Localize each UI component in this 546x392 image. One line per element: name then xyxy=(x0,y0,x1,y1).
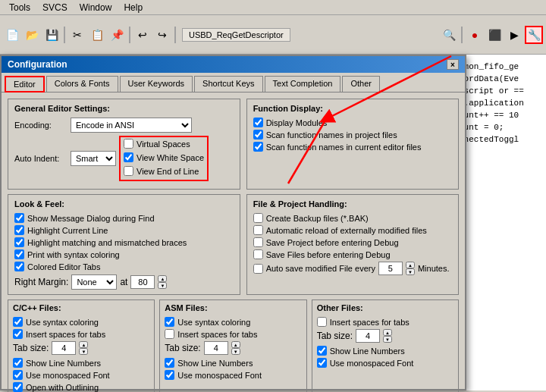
at-label: at xyxy=(120,277,127,287)
tab-other[interactable]: Other xyxy=(342,76,380,92)
tab-user-keywords[interactable]: User Keywords xyxy=(120,76,193,92)
cpp-tab-spin-down[interactable]: ▼ xyxy=(79,348,88,355)
menu-window[interactable]: Window xyxy=(74,1,118,14)
highlight-current-row: Highlight Current Line xyxy=(14,225,234,235)
highlight-current-checkbox[interactable] xyxy=(14,225,24,235)
other-files-section: Other Files: Insert spaces for tabs Tab … xyxy=(312,299,459,392)
asm-insert-spaces-label: Insert spaces for tabs xyxy=(177,330,257,339)
code-line-1: mmon_fifo_ge xyxy=(459,61,543,73)
asm-tab-spin: ▲ ▼ xyxy=(231,341,240,355)
spin-down-btn[interactable]: ▼ xyxy=(158,282,167,289)
tools-btn[interactable]: 🔧 xyxy=(525,26,543,44)
asm-tab-size-label: Tab size: xyxy=(165,343,200,353)
redo-btn[interactable]: ↪ xyxy=(153,26,171,44)
other-tab-spin-up[interactable]: ▲ xyxy=(383,329,392,336)
cpp-use-syntax-row: Use syntax coloring xyxy=(13,317,149,327)
save-btn[interactable]: 💾 xyxy=(42,26,61,44)
colored-editor-checkbox[interactable] xyxy=(14,262,24,271)
save-files-checkbox[interactable] xyxy=(253,249,263,259)
undo-btn[interactable]: ↩ xyxy=(133,26,152,44)
display-modules-checkbox[interactable] xyxy=(253,118,263,127)
auto-save-spin: ▲ ▼ xyxy=(406,262,415,275)
search-btn[interactable]: 🔍 xyxy=(440,26,458,44)
menu-help[interactable]: Help xyxy=(118,1,149,14)
menu-svcs[interactable]: SVCS xyxy=(36,1,74,14)
file-tab[interactable]: USBD_ReqGetDescriptor xyxy=(182,28,290,42)
highlight-current-label: Highlight Current Line xyxy=(27,226,108,235)
auto-save-checkbox[interactable] xyxy=(253,264,263,274)
print-syntax-checkbox[interactable] xyxy=(14,249,24,259)
cpp-tab-size-value[interactable] xyxy=(52,341,76,355)
tab-colors-fonts[interactable]: Colors & Fonts xyxy=(46,76,118,92)
auto-indent-row: Auto Indent: Smart Virtual Spaces Vi xyxy=(14,136,234,181)
asm-tab-spin-up[interactable]: ▲ xyxy=(231,341,240,348)
cpp-files-section: C/C++ Files: Use syntax coloring Insert … xyxy=(8,299,155,392)
create-backup-checkbox[interactable] xyxy=(253,213,263,223)
other-insert-spaces-checkbox[interactable] xyxy=(317,317,327,327)
auto-reload-checkbox[interactable] xyxy=(253,225,263,235)
view-end-of-line-checkbox[interactable] xyxy=(124,166,133,176)
right-margin-value[interactable] xyxy=(130,275,155,289)
other-tab-spin: ▲ ▼ xyxy=(383,329,392,343)
other-line-numbers-checkbox[interactable] xyxy=(317,346,327,356)
configuration-dialog: Configuration × Editor Colors & Fonts Us… xyxy=(0,55,466,390)
cpp-use-syntax-checkbox[interactable] xyxy=(13,317,23,327)
new-file-btn[interactable]: 📄 xyxy=(3,26,21,44)
other-tab-size-value[interactable] xyxy=(356,329,380,343)
highlight-matching-row: Highlight matching and mismatched braces xyxy=(14,237,234,247)
record-btn[interactable]: ● xyxy=(466,26,484,44)
tab-editor[interactable]: Editor xyxy=(5,76,45,93)
dialog-content: General Editor Settings: Encoding: Encod… xyxy=(2,93,465,392)
auto-save-spin-up[interactable]: ▲ xyxy=(406,262,415,268)
scan-project-label: Scan function names in project files xyxy=(266,130,397,140)
save-files-label: Save Files before entering Debug xyxy=(266,250,391,259)
stop-btn[interactable]: ⬛ xyxy=(485,26,504,44)
save-project-checkbox[interactable] xyxy=(253,237,263,247)
encoding-row: Encoding: Encode in ANSI xyxy=(14,118,234,133)
cut-btn[interactable]: ✂ xyxy=(68,26,86,44)
tab-shortcut-keys[interactable]: Shortcut Keys xyxy=(194,76,262,92)
show-message-row: Show Message Dialog during Find xyxy=(14,213,234,223)
cpp-tab-spin-up[interactable]: ▲ xyxy=(79,341,88,348)
file-project-title: File & Project Handling: xyxy=(253,199,452,209)
asm-tab-size-value[interactable] xyxy=(204,341,228,355)
scan-current-checkbox[interactable] xyxy=(253,142,263,152)
play-btn[interactable]: ▶ xyxy=(505,26,523,44)
print-syntax-label: Print with syntax coloring xyxy=(27,250,120,259)
auto-save-label: Auto save modified File every xyxy=(266,264,375,273)
sep3 xyxy=(174,27,176,43)
asm-use-syntax-checkbox[interactable] xyxy=(165,317,174,327)
auto-save-value[interactable] xyxy=(378,262,403,275)
cpp-open-outlining-label: Open with Outlining xyxy=(26,383,99,392)
asm-tab-spin-down[interactable]: ▼ xyxy=(231,348,240,355)
cpp-line-numbers-checkbox[interactable] xyxy=(13,358,23,368)
highlight-matching-checkbox[interactable] xyxy=(14,237,24,247)
auto-indent-select[interactable]: Smart xyxy=(71,151,116,166)
cpp-open-outlining-checkbox[interactable] xyxy=(13,382,23,392)
auto-save-row: Auto save modified File every ▲ ▼ Minute… xyxy=(253,262,452,275)
scan-project-checkbox[interactable] xyxy=(253,130,263,140)
other-tab-spin-down[interactable]: ▼ xyxy=(383,336,392,343)
paste-btn[interactable]: 📌 xyxy=(108,26,126,44)
dialog-title: Configuration xyxy=(8,59,67,70)
other-monospaced-checkbox[interactable] xyxy=(317,358,327,368)
asm-monospaced-checkbox[interactable] xyxy=(165,370,174,380)
auto-save-spin-down[interactable]: ▼ xyxy=(406,268,415,275)
dialog-close-button[interactable]: × xyxy=(447,59,459,70)
asm-insert-spaces-checkbox[interactable] xyxy=(165,329,174,339)
spin-up-btn[interactable]: ▲ xyxy=(158,275,167,282)
open-btn[interactable]: 📂 xyxy=(23,26,41,44)
asm-line-numbers-checkbox[interactable] xyxy=(165,358,174,368)
tab-text-completion[interactable]: Text Completion xyxy=(265,76,341,92)
code-line-9: ount = 0; xyxy=(459,121,543,133)
cpp-insert-spaces-checkbox[interactable] xyxy=(13,329,23,339)
asm-monospaced-label: Use monospaced Font xyxy=(177,371,262,380)
cpp-monospaced-checkbox[interactable] xyxy=(13,370,23,380)
virtual-spaces-checkbox[interactable] xyxy=(124,139,133,149)
view-white-space-checkbox[interactable] xyxy=(124,152,133,162)
show-message-checkbox[interactable] xyxy=(14,213,24,223)
copy-btn[interactable]: 📋 xyxy=(88,26,106,44)
menu-tools[interactable]: Tools xyxy=(3,1,36,14)
right-margin-select[interactable]: None xyxy=(71,274,117,290)
encoding-select[interactable]: Encode in ANSI xyxy=(71,118,192,133)
